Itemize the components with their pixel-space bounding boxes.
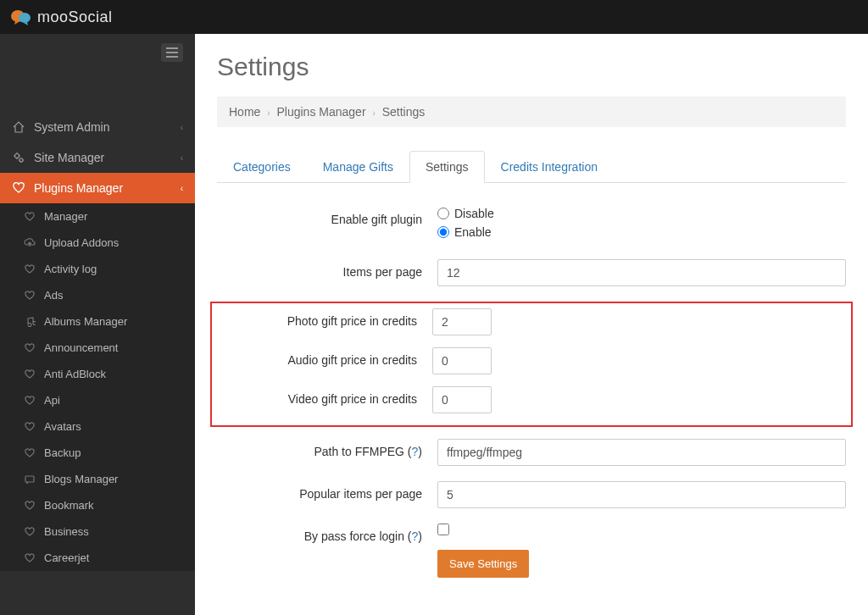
photo-price-label: Photo gift price in credits	[219, 308, 432, 328]
heart-icon	[24, 395, 36, 407]
sidebar-sub-label: Activity log	[44, 263, 97, 275]
breadcrumb: Home › Plugins Manager › Settings	[217, 97, 846, 127]
gears-icon	[12, 151, 25, 164]
photo-price-input[interactable]	[432, 308, 492, 335]
svg-rect-4	[25, 476, 34, 482]
sidebar-sub-label: Backup	[44, 446, 81, 459]
sidebar-sub-activity-log[interactable]: Activity log	[0, 256, 195, 282]
heart-icon	[24, 500, 36, 512]
tab-credits-integration[interactable]: Credits Integration	[485, 151, 614, 183]
heart-icon	[24, 447, 36, 459]
items-per-page-label: Items per page	[217, 259, 437, 279]
items-per-page-input[interactable]	[437, 259, 846, 286]
chevron-left-icon: ‹	[181, 123, 183, 132]
sidebar-sub-ads[interactable]: Ads	[0, 282, 195, 308]
sidebar-sub-blogs-manager[interactable]: Blogs Manager	[0, 466, 195, 492]
sidebar-label: System Admin	[34, 120, 109, 134]
sidebar-sub-label: Announcement	[44, 341, 118, 354]
svg-point-3	[19, 158, 23, 162]
disable-radio-option[interactable]: Disable	[437, 207, 846, 220]
hamburger-icon	[161, 43, 183, 62]
sidebar-sub-careerjet[interactable]: Careerjet	[0, 545, 195, 571]
sidebar-item-site-manager[interactable]: Site Manager ‹	[0, 142, 195, 173]
heart-icon	[12, 181, 25, 195]
sidebar-label: Site Manager	[34, 151, 104, 164]
sidebar-sub-label: Anti AdBlock	[44, 368, 106, 380]
chevron-left-icon: ‹	[181, 153, 183, 163]
sidebar-sub-backup[interactable]: Backup	[0, 440, 195, 466]
sidebar-sub-label: Careerjet	[44, 551, 89, 564]
enable-plugin-label: Enable gift plugin	[217, 207, 437, 226]
chevron-right-icon: ›	[267, 108, 270, 118]
save-settings-button[interactable]: Save Settings	[437, 550, 529, 578]
sidebar-sub-label: Blogs Manager	[44, 473, 118, 485]
breadcrumb-item: Settings	[382, 105, 426, 119]
video-price-label: Video gift price in credits	[219, 386, 432, 406]
message-bubbles-icon	[10, 8, 32, 25]
cloud-upload-icon	[24, 237, 36, 249]
highlighted-credits-section: Photo gift price in credits Audio gift p…	[210, 302, 853, 427]
enable-radio-option[interactable]: Enable	[437, 225, 846, 239]
disable-radio[interactable]	[437, 208, 449, 219]
tab-settings[interactable]: Settings	[409, 151, 485, 183]
main-content: Settings Home › Plugins Manager › Settin…	[195, 34, 868, 615]
sidebar-sub-albums-manager[interactable]: Albums Manager	[0, 308, 195, 335]
svg-point-1	[19, 13, 31, 23]
popular-items-label: Popular items per page	[217, 481, 437, 501]
sidebar-sub-upload-addons[interactable]: Upload Addons	[0, 230, 195, 256]
sidebar-sub-label: Bookmark	[44, 499, 94, 512]
brand-logo[interactable]: mooSocial	[10, 8, 113, 26]
sidebar-sub-label: Upload Addons	[44, 236, 119, 249]
sidebar-sub-manager[interactable]: Manager	[0, 203, 195, 230]
brand-name: mooSocial	[37, 8, 113, 26]
tabs: Categories Manage Gifts Settings Credits…	[217, 151, 846, 183]
sidebar-sub-label: Albums Manager	[44, 315, 127, 328]
tab-categories[interactable]: Categories	[217, 151, 307, 183]
sidebar: System Admin ‹ Site Manager ‹ Plugins Ma…	[0, 34, 195, 615]
heart-icon	[24, 552, 36, 564]
ffmpeg-path-label: Path to FFMPEG (?)	[217, 439, 437, 458]
heart-icon	[24, 368, 36, 380]
sidebar-sub-label: Api	[44, 394, 60, 407]
bypass-login-label: By pass force login (?)	[217, 524, 437, 543]
sidebar-sub-business[interactable]: Business	[0, 518, 195, 545]
sidebar-sub-label: Manager	[44, 210, 87, 223]
sidebar-sub-label: Ads	[44, 289, 63, 302]
chat-icon	[24, 474, 36, 485]
sidebar-sub-api[interactable]: Api	[0, 387, 195, 413]
sidebar-sub-anti-adblock[interactable]: Anti AdBlock	[0, 361, 195, 387]
heart-icon	[24, 211, 36, 223]
sidebar-sub-announcement[interactable]: Announcement	[0, 335, 195, 361]
bypass-login-checkbox[interactable]	[437, 524, 449, 535]
sidebar-sub-label: Business	[44, 525, 89, 538]
sidebar-item-plugins-manager[interactable]: Plugins Manager ‹	[0, 173, 195, 203]
audio-price-label: Audio gift price in credits	[219, 347, 432, 367]
home-icon	[12, 120, 25, 134]
heart-icon	[24, 421, 36, 433]
topbar: mooSocial	[0, 0, 868, 34]
sidebar-sub-avatars[interactable]: Avatars	[0, 413, 195, 440]
sidebar-sub-bookmark[interactable]: Bookmark	[0, 492, 195, 518]
sidebar-label: Plugins Manager	[34, 181, 123, 195]
sidebar-submenu: Manager Upload Addons Activity log Ads A…	[0, 203, 195, 571]
heart-icon	[24, 290, 36, 302]
chevron-left-icon: ‹	[181, 184, 183, 193]
heart-icon	[24, 263, 36, 275]
popular-items-input[interactable]	[437, 481, 846, 508]
music-note-icon	[24, 316, 36, 328]
sidebar-toggle[interactable]	[0, 34, 195, 71]
heart-icon	[24, 342, 36, 354]
ffmpeg-path-input[interactable]	[437, 439, 846, 466]
breadcrumb-item[interactable]: Home	[229, 105, 260, 119]
breadcrumb-item[interactable]: Plugins Manager	[276, 105, 365, 119]
sidebar-sub-label: Avatars	[44, 420, 81, 433]
sidebar-item-system-admin[interactable]: System Admin ‹	[0, 112, 195, 142]
audio-price-input[interactable]	[432, 347, 492, 374]
video-price-input[interactable]	[432, 386, 492, 413]
enable-radio[interactable]	[437, 226, 449, 238]
svg-point-2	[15, 154, 19, 158]
page-title: Settings	[217, 53, 846, 81]
heart-icon	[24, 526, 36, 538]
chevron-right-icon: ›	[372, 108, 375, 118]
tab-manage-gifts[interactable]: Manage Gifts	[307, 151, 409, 183]
